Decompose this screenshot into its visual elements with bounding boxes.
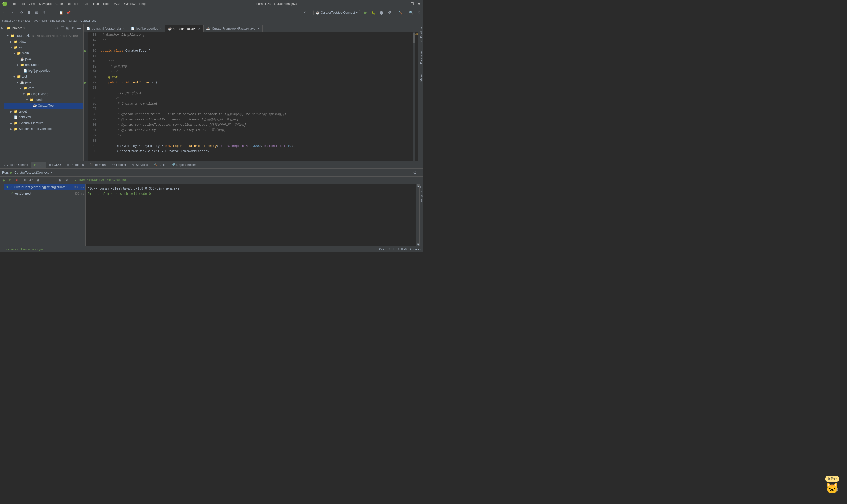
bottom-tab-vcs[interactable]: ⑂ Version Control [1, 162, 31, 168]
tab-close-2[interactable]: ✕ [198, 27, 201, 31]
bottom-tab-run[interactable]: ▶ Run [32, 162, 46, 168]
sidebar-item-scratches[interactable]: ▶ 📁 Scratches and Consoles [4, 126, 84, 132]
bottom-tab-build[interactable]: 🔨 Build [151, 162, 168, 168]
run-config-selector[interactable]: ☕ CuratorTest.testConnect ▾ [313, 10, 360, 15]
sidebar-item-java-main[interactable]: ☕ java [4, 56, 84, 62]
tab-pom-xml[interactable]: 📄 pom.xml (curator-zk) ✕ [84, 24, 128, 32]
breadcrumb-item-1[interactable]: src [18, 19, 22, 22]
tab-close-3[interactable]: ✕ [257, 27, 260, 31]
sidebar-item-main[interactable]: ▼ 📁 main [4, 50, 84, 56]
toolbar-structure-btn[interactable]: ☰ [26, 9, 33, 16]
run-tab-close[interactable]: ✕ [50, 171, 53, 175]
menu-refactor[interactable]: Refactor [67, 2, 78, 6]
bottom-tab-services[interactable]: ⚙ Services [129, 162, 150, 168]
console-print-btn[interactable]: 🖨 [420, 194, 424, 198]
console-scroll-end-btn[interactable]: ↓ [420, 190, 423, 194]
toolbar-settings-btn[interactable]: ⚙ [40, 9, 48, 16]
tab-log4j[interactable]: 📄 log4j.properties ✕ [128, 24, 165, 32]
run-again-btn[interactable]: ▶ [1, 177, 7, 183]
console-scrollbar-up[interactable]: ▲ [417, 184, 419, 186]
sort-az-btn[interactable]: AZ [28, 177, 34, 183]
sidebar-settings-btn[interactable]: ⚙ [71, 25, 75, 31]
minimize-button[interactable]: — [403, 2, 408, 6]
toolbar-pin-btn[interactable]: 📌 [65, 9, 72, 16]
minimize-panel-btn[interactable]: — [418, 170, 421, 175]
rerun-btn[interactable]: ⟳ [7, 177, 13, 183]
menu-help[interactable]: Help [139, 2, 146, 6]
sidebar-expand-btn[interactable]: ⊞ [66, 25, 70, 31]
sidebar-item-java-test[interactable]: ▼ ☕ java [4, 79, 84, 85]
toolbar-forward-btn[interactable]: → [8, 9, 15, 16]
search-everywhere-btn[interactable]: 🔍 [408, 9, 415, 16]
prev-fail-btn[interactable]: ↑ [43, 177, 49, 183]
console-wrap-btn[interactable]: ⟵ [419, 185, 424, 189]
tab-curator-factory[interactable]: ☕ CuratorFrameworkFactory.java ✕ [203, 24, 262, 32]
status-indent[interactable]: 4 spaces [410, 248, 421, 251]
sort-btn[interactable]: ⇅ [22, 177, 28, 183]
sidebar-item-resources[interactable]: ▼ 📁 resources [4, 62, 84, 68]
sidebar-item-com[interactable]: ▼ 📁 com [4, 85, 84, 91]
breadcrumb-item-6[interactable]: curator [68, 19, 77, 22]
breadcrumb-item-0[interactable]: curator-zk [2, 19, 15, 22]
sidebar-item-target[interactable]: ▶ 📁 target [4, 109, 84, 114]
toolbar-back-btn[interactable]: ← [1, 9, 8, 16]
code-editor[interactable]: * @author DingJiaxiong */ public class C… [98, 32, 413, 161]
menu-navigate[interactable]: Navigate [39, 2, 52, 6]
left-project-icon[interactable]: P [0, 25, 4, 31]
bottom-tab-todo[interactable]: ≡ TODO [46, 162, 64, 168]
expand-all-btn[interactable]: ⊞ [35, 177, 40, 183]
right-tab-maven[interactable]: Maven [418, 71, 424, 83]
right-tab-notifications[interactable]: Notifications [418, 25, 424, 44]
sidebar-layout-btn[interactable]: ☰ [60, 25, 65, 31]
right-tab-database[interactable]: Database [418, 50, 424, 66]
sidebar-item-external-libraries[interactable]: ▶ 📁 External Libraries [4, 120, 84, 126]
status-tests-passed[interactable]: Tests passed: 1 (moments ago) [2, 248, 42, 251]
run-button[interactable]: ▶ [362, 9, 369, 16]
menu-tools[interactable]: Tools [103, 2, 110, 6]
breadcrumb-item-4[interactable]: com [41, 19, 47, 22]
breadcrumb-item-2[interactable]: test [25, 19, 30, 22]
sidebar-item-pomxml[interactable]: 📄 pom.xml [4, 114, 84, 120]
menu-code[interactable]: Code [55, 2, 63, 6]
status-position[interactable]: 45:2 [379, 248, 384, 251]
next-fail-btn[interactable]: ↓ [49, 177, 55, 183]
toolbar-back-code-btn[interactable]: ⟲ [302, 9, 308, 16]
scrollbar-thumb[interactable] [413, 33, 415, 43]
toolbar-copy-path-btn[interactable]: 📋 [58, 9, 65, 16]
toolbar-vcs-btn[interactable]: ↑ [293, 9, 301, 16]
sidebar-item-curator-zk[interactable]: ▼ 📁 curator-zk D:\DingJiaxiong\IdeaProje… [4, 33, 84, 39]
coverage-button[interactable]: ⬤ [378, 9, 385, 16]
settings-btn[interactable]: ⚙ [416, 9, 422, 16]
test-item-testconnect[interactable]: ✓ testConnect 383 ms [4, 190, 86, 197]
close-button[interactable]: ✕ [417, 2, 421, 6]
console-scrollbar-down[interactable]: ▼ [417, 243, 419, 245]
bottom-tab-dependencies[interactable]: 🔗 Dependencies [169, 162, 199, 168]
menu-edit[interactable]: Edit [19, 2, 25, 6]
test-item-curatortest[interactable]: ▼ ✓ CuratorTest (com.dingjiaxiong.curato… [4, 184, 86, 190]
sidebar-sync-btn[interactable]: ⟳ [55, 25, 59, 31]
toolbar-layout-btn[interactable]: ⊞ [33, 9, 40, 16]
build-button[interactable]: 🔨 [397, 9, 404, 16]
filter-btn[interactable]: ⊟ [57, 177, 63, 183]
bottom-tab-profiler[interactable]: ⏱ Profiler [110, 162, 129, 168]
sidebar-item-curatortest[interactable]: ☕ CuratorTest [4, 103, 84, 109]
menu-file[interactable]: File [11, 2, 16, 6]
settings-gear-btn[interactable]: ⚙ [413, 170, 417, 175]
stop-btn[interactable]: ■ [14, 177, 20, 183]
sidebar-item-dingjiaxiong[interactable]: ▼ 📁 dingjiaxiong [4, 91, 84, 97]
toolbar-collapse-btn[interactable]: — [48, 9, 55, 16]
sidebar-item-idea[interactable]: ▶ 📁 .idea [4, 39, 84, 44]
status-encoding[interactable]: UTF-8 [398, 248, 407, 251]
tab-close-1[interactable]: ✕ [160, 27, 162, 31]
menu-view[interactable]: View [29, 2, 35, 6]
status-line-ending[interactable]: CRLF [388, 248, 395, 251]
menu-run[interactable]: Run [93, 2, 99, 6]
tab-recent-files-btn[interactable]: ≡ [410, 25, 417, 32]
profile-button[interactable]: ⏱ [386, 9, 393, 16]
debug-button[interactable]: 🐛 [370, 9, 377, 16]
console-clear-btn[interactable]: 🗑 [420, 199, 424, 202]
run-icon-line16[interactable]: ▶ [84, 48, 88, 53]
toolbar-sync-btn[interactable]: ⟳ [18, 9, 25, 16]
sidebar-item-curator[interactable]: ▼ 📁 curator [4, 97, 84, 103]
breadcrumb-item-5[interactable]: dingjiaxiong [50, 19, 66, 22]
